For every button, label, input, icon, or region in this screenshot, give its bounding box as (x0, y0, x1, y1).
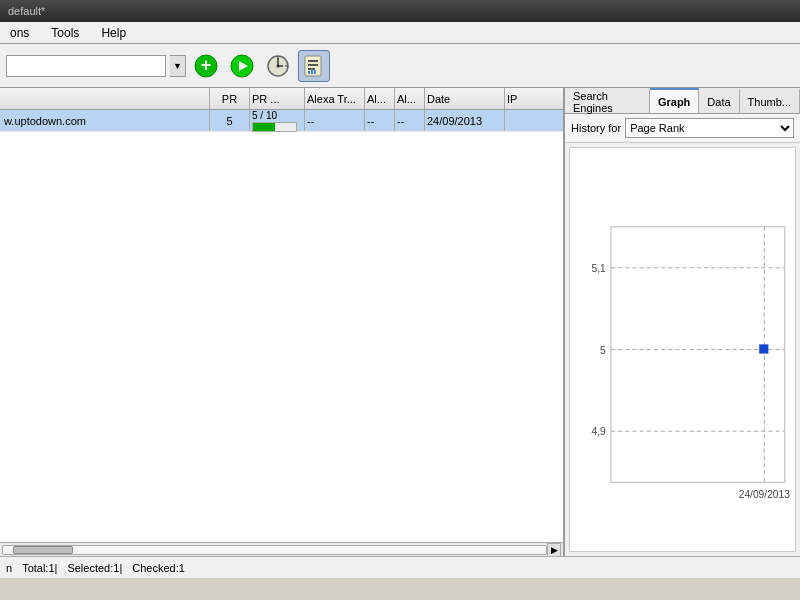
svg-rect-15 (311, 69, 313, 74)
svg-rect-14 (308, 71, 310, 74)
col-header-alexa[interactable]: Alexa Tr... (305, 88, 365, 109)
cell-al2: -- (395, 110, 425, 131)
main-content: PR PR ... Alexa Tr... Al... Al... Date I… (0, 88, 800, 556)
table-body: w.uptodown.com 5 5 / 10 -- -- (0, 110, 563, 542)
tabs-header: Search Engines Graph Data Thumb... (565, 88, 800, 114)
cell-prbar: 5 / 10 (250, 110, 305, 131)
col-header-prbar[interactable]: PR ... (250, 88, 305, 109)
cell-ip (505, 110, 563, 131)
tab-graph[interactable]: Graph (650, 88, 699, 113)
tab-search-engines[interactable]: Search Engines (565, 88, 650, 113)
add-button[interactable]: + (190, 50, 222, 82)
col-header-pr[interactable]: PR (210, 88, 250, 109)
table-row[interactable]: w.uptodown.com 5 5 / 10 -- -- (0, 110, 563, 132)
menu-item-ons[interactable]: ons (4, 24, 35, 42)
schedule-button[interactable] (262, 50, 294, 82)
right-panel: Search Engines Graph Data Thumb... Histo… (565, 88, 800, 556)
status-total: Total:1| (22, 562, 57, 574)
graph-area: 5,1 5 4,9 24/09/2013 (569, 147, 796, 552)
cell-alexa: -- (305, 110, 365, 131)
menu-item-tools[interactable]: Tools (45, 24, 85, 42)
left-panel: PR PR ... Alexa Tr... Al... Al... Date I… (0, 88, 565, 556)
cell-date: 24/09/2013 (425, 110, 505, 131)
col-header-url (0, 88, 210, 109)
y-label-49: 4,9 (592, 426, 607, 437)
status-bar: n Total:1| Selected:1| Checked:1 (0, 556, 800, 578)
history-row: History for Page Rank Alexa Traffic Alex… (565, 114, 800, 143)
menu-item-help[interactable]: Help (95, 24, 132, 42)
menu-bar: ons Tools Help (0, 22, 800, 44)
col-header-al1[interactable]: Al... (365, 88, 395, 109)
svg-text:+: + (201, 55, 212, 75)
svg-rect-21 (611, 227, 785, 483)
col-header-al2[interactable]: Al... (395, 88, 425, 109)
history-label: History for (571, 122, 621, 134)
report-button[interactable] (298, 50, 330, 82)
graph-svg: 5,1 5 4,9 24/09/2013 (570, 148, 795, 551)
col-header-ip[interactable]: IP (505, 88, 563, 109)
cell-pr: 5 (210, 110, 250, 131)
scrollbar-thumb[interactable] (13, 546, 73, 554)
svg-rect-11 (308, 60, 318, 62)
pr-bar-fill (253, 123, 275, 131)
status-n: n (6, 562, 12, 574)
cell-url: w.uptodown.com (0, 110, 210, 131)
table-header: PR PR ... Alexa Tr... Al... Al... Date I… (0, 88, 563, 110)
history-select[interactable]: Page Rank Alexa Traffic Alexa Links (625, 118, 794, 138)
cell-al1: -- (365, 110, 395, 131)
play-button[interactable] (226, 50, 258, 82)
svg-rect-12 (308, 64, 318, 66)
x-label-date: 24/09/2013 (739, 489, 790, 500)
data-point (759, 344, 768, 353)
col-header-date[interactable]: Date (425, 88, 505, 109)
y-label-5: 5 (600, 345, 606, 356)
title-text: default* (8, 5, 45, 17)
toolbar: ▼ + (0, 44, 800, 88)
tab-data[interactable]: Data (699, 88, 739, 113)
url-input[interactable] (6, 55, 166, 77)
svg-rect-16 (314, 70, 316, 74)
tab-thumb[interactable]: Thumb... (740, 88, 800, 113)
y-label-51: 5,1 (592, 263, 607, 274)
status-selected: Selected:1| (67, 562, 122, 574)
status-checked: Checked:1 (132, 562, 185, 574)
title-bar: default* (0, 0, 800, 22)
scroll-right-btn[interactable]: ▶ (547, 543, 561, 557)
scrollbar-track[interactable] (2, 545, 547, 555)
svg-point-7 (277, 64, 280, 67)
url-dropdown-arrow[interactable]: ▼ (170, 55, 186, 77)
pr-bar (252, 122, 297, 132)
horizontal-scrollbar[interactable]: ▶ (0, 542, 563, 556)
